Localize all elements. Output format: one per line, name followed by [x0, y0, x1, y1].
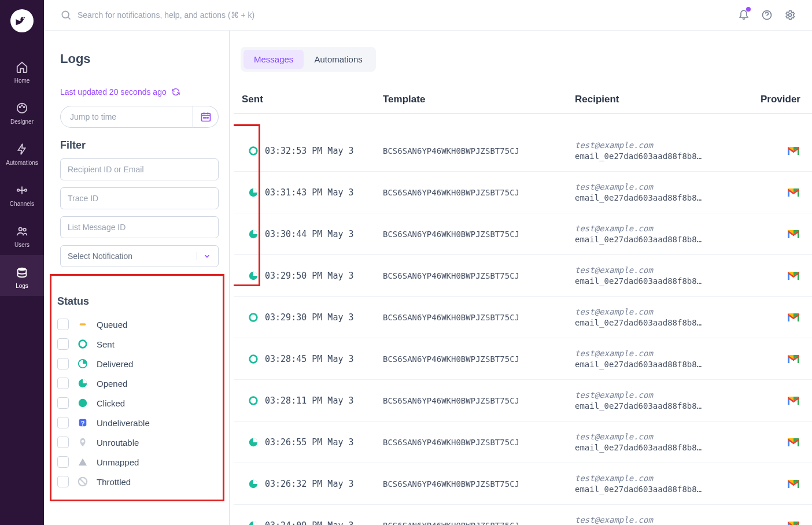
refresh-icon: [171, 87, 180, 97]
status-filter-sent[interactable]: Sent: [57, 334, 217, 354]
row-provider: [745, 354, 800, 364]
status-filter-undeliverable[interactable]: ? Undeliverable: [57, 413, 217, 432]
app-logo[interactable]: [10, 9, 34, 32]
status-filter-clicked[interactable]: Clicked: [57, 393, 217, 413]
search-input[interactable]: [77, 10, 738, 20]
table-row[interactable]: 03:28:11 PM May 3 BCS6SAN6YP46WKH0BWPJZS…: [234, 380, 812, 422]
sidebar-item-designer[interactable]: Designer: [0, 91, 44, 132]
tab-automations[interactable]: Automations: [304, 50, 372, 69]
table-header: Sent Template Recipient Provider: [234, 83, 812, 114]
sidebar-item-users[interactable]: Users: [0, 214, 44, 255]
checkbox[interactable]: [57, 437, 69, 448]
svg-point-3: [21, 105, 23, 106]
checkbox[interactable]: [57, 476, 69, 487]
svg-text:?: ?: [81, 420, 85, 427]
svg-point-15: [205, 117, 206, 119]
table-row[interactable]: 03:29:50 PM May 3 BCS6SAN6YP46WKH0BWPJZS…: [234, 255, 812, 297]
row-provider: [745, 437, 800, 448]
calendar-button[interactable]: [193, 106, 219, 128]
row-provider: [745, 146, 800, 156]
row-status-icon: [242, 437, 265, 448]
row-provider: [745, 271, 800, 281]
svg-point-32: [250, 355, 257, 363]
table-row[interactable]: 03:31:43 PM May 3 BCS6SAN6YP46WKH0BWPJZS…: [234, 172, 812, 213]
notification-select[interactable]: Select Notification: [60, 245, 219, 267]
gmail-icon: [787, 229, 800, 239]
table-row[interactable]: 03:28:45 PM May 3 BCS6SAN6YP46WKH0BWPJZS…: [234, 338, 812, 380]
status-label: Undeliverable: [97, 418, 150, 428]
home-icon: [15, 60, 29, 74]
table-row[interactable]: 03:24:09 PM May 3 BCS6SAN6YP46WKH0BWPJZS…: [234, 505, 812, 525]
row-provider: [745, 229, 800, 239]
row-status-icon: [242, 520, 265, 526]
jump-to-time-input[interactable]: [60, 106, 193, 128]
row-sent-time: 03:24:09 PM May 3: [265, 520, 383, 526]
table-row[interactable]: 03:30:44 PM May 3 BCS6SAN6YP46WKH0BWPJZS…: [234, 213, 812, 255]
table-row[interactable]: 03:32:53 PM May 3 BCS6SAN6YP46WKH0BWPJZS…: [234, 130, 812, 172]
status-heading: Status: [57, 295, 217, 308]
sidebar: Home Designer Automations Channels Users: [0, 0, 44, 525]
table-row[interactable]: 03:29:30 PM May 3 BCS6SAN6YP46WKH0BWPJZS…: [234, 297, 812, 338]
row-status-icon: [242, 229, 265, 239]
checkbox[interactable]: [57, 358, 69, 369]
row-provider: [745, 479, 800, 489]
trace-id-input[interactable]: [60, 187, 219, 209]
status-filter-unmapped[interactable]: Unmapped: [57, 452, 217, 472]
row-recipient: test@example.com email_0e27dad603aad88f8…: [575, 141, 745, 161]
calendar-icon: [200, 111, 212, 123]
logs-icon: [15, 265, 29, 279]
row-sent-time: 03:26:32 PM May 3: [265, 479, 383, 489]
row-provider: [745, 520, 800, 526]
table-row[interactable]: 03:26:32 PM May 3 BCS6SAN6YP46WKH0BWPJZS…: [234, 463, 812, 505]
checkbox[interactable]: [57, 417, 69, 428]
row-sent-time: 03:29:50 PM May 3: [265, 271, 383, 281]
delivered-icon: [77, 358, 88, 369]
sidebar-item-channels[interactable]: Channels: [0, 173, 44, 214]
table-row[interactable]: 03:26:55 PM May 3 BCS6SAN6YP46WKH0BWPJZS…: [234, 422, 812, 463]
gear-icon[interactable]: [784, 9, 796, 21]
svg-point-5: [17, 189, 20, 191]
sidebar-item-automations[interactable]: Automations: [0, 132, 44, 173]
sidebar-item-label: Logs: [16, 283, 28, 289]
row-recipient: test@example.com email_0e27dad603aad88f8…: [575, 265, 745, 286]
sidebar-item-label: Channels: [10, 201, 34, 207]
sidebar-item-logs[interactable]: Logs: [0, 255, 44, 296]
gmail-icon: [787, 479, 800, 489]
unmapped-icon: [77, 456, 88, 468]
checkbox[interactable]: [57, 378, 69, 389]
svg-point-27: [250, 147, 257, 154]
sidebar-item-label: Home: [14, 77, 30, 84]
tab-messages[interactable]: Messages: [243, 50, 304, 69]
sidebar-item-home[interactable]: Home: [0, 50, 44, 91]
column-provider: Provider: [745, 94, 800, 105]
status-filter-queued[interactable]: Queued: [57, 315, 217, 334]
row-status-icon: [242, 187, 265, 198]
column-sent: Sent: [242, 94, 383, 105]
checkbox[interactable]: [57, 456, 69, 468]
svg-point-18: [79, 341, 87, 348]
gmail-icon: [787, 354, 800, 364]
status-filter-delivered[interactable]: Delivered: [57, 354, 217, 374]
column-template: Template: [383, 94, 575, 105]
row-status-icon: [242, 395, 265, 406]
svg-point-33: [250, 397, 257, 404]
row-template: BCS6SAN6YP46WKH0BWPJZSBT75CJ: [383, 188, 575, 197]
status-filter-unroutable[interactable]: Unroutable: [57, 432, 217, 452]
status-label: Clicked: [97, 398, 125, 408]
row-provider: [745, 312, 800, 323]
gmail-icon: [787, 271, 800, 281]
gmail-icon: [787, 395, 800, 406]
last-updated[interactable]: Last updated 20 seconds ago: [60, 87, 219, 97]
recipient-filter-input[interactable]: [60, 158, 219, 180]
row-template: BCS6SAN6YP46WKH0BWPJZSBT75CJ: [383, 521, 575, 526]
status-filter-opened[interactable]: Opened: [57, 374, 217, 393]
notifications-button[interactable]: [738, 8, 750, 22]
row-status-icon: [242, 479, 265, 489]
checkbox[interactable]: [57, 319, 69, 330]
checkbox[interactable]: [57, 338, 69, 350]
list-message-id-input[interactable]: [60, 216, 219, 238]
users-icon: [15, 224, 29, 238]
help-icon[interactable]: [761, 9, 773, 21]
checkbox[interactable]: [57, 397, 69, 409]
status-filter-throttled[interactable]: Throttled: [57, 472, 217, 491]
